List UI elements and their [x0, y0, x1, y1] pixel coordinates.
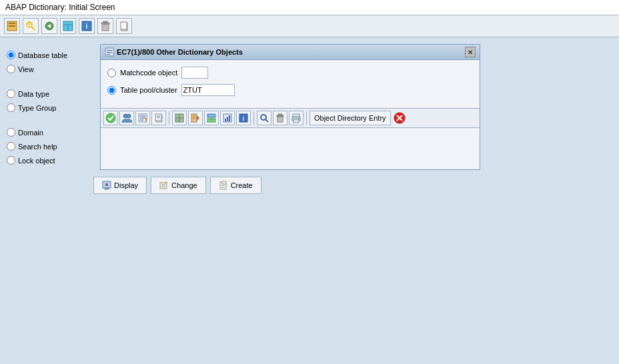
radio-domain[interactable]: Domain	[7, 128, 93, 137]
create-btn-label: Create	[231, 181, 253, 189]
db-table-label: Database table	[18, 51, 67, 59]
table-pool-row: Table pool/cluster	[107, 84, 473, 96]
data-type-label: Data type	[18, 90, 49, 98]
create-icon	[219, 181, 228, 190]
bottom-buttons: Display Change Create	[87, 177, 619, 201]
svg-marker-67	[165, 181, 168, 183]
app-title: ABAP Dictionary: Initial Screen	[5, 3, 115, 12]
radio-view[interactable]: View	[7, 65, 93, 73]
svg-rect-48	[229, 115, 230, 121]
radio-db-table[interactable]: Database table	[7, 51, 93, 59]
svg-rect-20	[107, 52, 112, 53]
dialog-titlebar: EC7(1)/800 Other Dictionary Objects ✕	[101, 45, 480, 60]
table-pool-input[interactable]	[181, 84, 235, 96]
svg-line-4	[31, 27, 35, 30]
svg-rect-66	[160, 183, 167, 189]
dialog-title: EC7(1)/800 Other Dictionary Objects	[117, 48, 243, 56]
change-icon	[159, 181, 169, 190]
svg-point-51	[261, 115, 266, 120]
lock-object-label: Lock object	[18, 157, 55, 165]
dialog-chart-btn[interactable]	[220, 111, 235, 125]
main-content: Database table View Data type Type Group…	[0, 37, 619, 177]
svg-rect-13	[102, 24, 109, 31]
dialog-pencil-btn[interactable]	[188, 111, 203, 125]
matchcode-row: Matchcode object	[107, 67, 473, 79]
change-btn-label: Change	[171, 181, 197, 189]
dialog-close-button[interactable]: ✕	[465, 47, 476, 57]
svg-rect-21	[107, 54, 110, 55]
svg-rect-15	[103, 21, 107, 23]
svg-text:i: i	[86, 23, 88, 30]
dialog-copy-btn[interactable]	[151, 111, 166, 125]
main-toolbar: i	[0, 15, 619, 37]
dialog-body: Matchcode object Table pool/cluster	[101, 60, 480, 108]
dialog-grid-btn[interactable]	[172, 111, 187, 125]
svg-rect-17	[121, 22, 127, 29]
toolbar-btn-3[interactable]	[41, 18, 57, 34]
toolbar-btn-6[interactable]	[97, 18, 113, 34]
svg-rect-19	[107, 50, 112, 51]
dialog-delete-btn[interactable]	[273, 111, 287, 125]
dialog-info-btn[interactable]: i	[236, 111, 251, 125]
toolbar-btn-5[interactable]: i	[79, 18, 95, 34]
svg-rect-58	[293, 119, 299, 123]
dlg-sep-2	[253, 111, 254, 125]
svg-line-52	[265, 119, 268, 122]
dialog-cancel-btn[interactable]	[392, 111, 407, 125]
dialog-toolbar: i	[101, 108, 480, 128]
dialog-edit-btn[interactable]	[135, 111, 150, 125]
toolbar-btn-2[interactable]	[23, 18, 39, 34]
svg-rect-41	[207, 114, 215, 117]
dialog-search-btn[interactable]	[257, 111, 271, 125]
left-panel: Database table View Data type Type Group…	[7, 44, 93, 170]
display-btn-label: Display	[114, 181, 138, 189]
svg-rect-55	[278, 114, 282, 115]
matchcode-label: Matchcode object	[120, 69, 177, 77]
radio-data-type[interactable]: Data type	[7, 89, 93, 98]
display-icon	[102, 181, 111, 190]
type-group-label: Type Group	[18, 104, 56, 112]
svg-marker-38	[197, 115, 199, 121]
radio-type-group[interactable]: Type Group	[7, 103, 93, 112]
domain-label: Domain	[18, 129, 43, 137]
svg-text:i: i	[243, 115, 245, 122]
search-help-label: Search help	[18, 143, 57, 151]
dialog-persons-btn[interactable]	[119, 111, 134, 125]
dlg-sep-3	[306, 111, 307, 125]
title-bar: ABAP Dictionary: Initial Screen	[0, 0, 619, 15]
svg-point-22	[106, 113, 115, 123]
svg-rect-65	[105, 188, 109, 189]
toolbar-btn-7[interactable]	[116, 18, 132, 34]
matchcode-radio[interactable]	[107, 69, 116, 77]
table-pool-radio[interactable]	[107, 86, 116, 95]
svg-rect-71	[222, 181, 226, 184]
svg-point-24	[127, 114, 131, 118]
svg-rect-53	[277, 117, 283, 122]
dialog-print-btn[interactable]	[289, 111, 303, 125]
matchcode-input[interactable]	[181, 67, 208, 79]
svg-rect-2	[9, 25, 15, 27]
svg-point-64	[105, 183, 108, 186]
svg-point-59	[298, 118, 299, 119]
svg-rect-1	[9, 23, 15, 24]
radio-search-help[interactable]: Search help	[7, 142, 93, 151]
dialog-check-btn[interactable]	[103, 111, 118, 125]
change-button[interactable]: Change	[151, 177, 206, 194]
dialog-move-btn[interactable]	[204, 111, 219, 125]
display-button[interactable]: Display	[93, 177, 147, 194]
table-pool-label: Table pool/cluster	[120, 86, 177, 94]
view-label: View	[18, 65, 34, 73]
obj-dir-entry-btn[interactable]: Object Directory Entry	[310, 111, 391, 125]
svg-rect-46	[225, 119, 226, 121]
radio-lock-object[interactable]: Lock object	[7, 156, 93, 165]
dialog-box: EC7(1)/800 Other Dictionary Objects ✕ Ma…	[100, 44, 480, 170]
create-button[interactable]: Create	[210, 177, 261, 194]
toolbar-btn-1[interactable]	[4, 18, 20, 34]
svg-rect-47	[227, 117, 228, 121]
toolbar-btn-4[interactable]	[60, 18, 76, 34]
dlg-sep-1	[169, 111, 169, 125]
dialog-icon	[105, 47, 114, 57]
